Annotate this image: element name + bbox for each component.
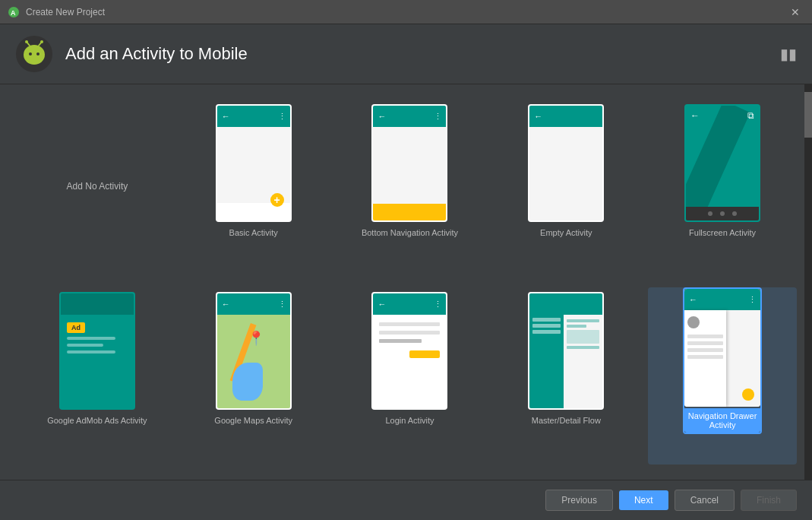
android-logo [15, 35, 53, 73]
close-button[interactable]: ✕ [786, 5, 804, 20]
activity-login[interactable]: ← ⋮ Login Activity [336, 287, 485, 465]
activity-fullscreen[interactable]: ← ⧉ Fullscreen Activity [648, 100, 797, 272]
maps-label: Google Maps Activity [214, 416, 292, 425]
bottomnav-preview: ← ⋮ [371, 104, 447, 222]
scrollbar-thumb[interactable] [804, 92, 812, 138]
fab-icon [742, 388, 754, 401]
footer: Previous Next Cancel Finish [0, 480, 812, 520]
fullscreen-label: Fullscreen Activity [689, 228, 756, 237]
masterdetail-label: Master/Detail Flow [532, 416, 601, 425]
activity-grid: Add No Activity ← ⋮ + Basic Activity ← ⋮ [0, 84, 812, 480]
back-arrow-icon: ← [222, 112, 230, 121]
admob-label: Google AdMob Ads Activity [47, 416, 147, 425]
page-title: Add an Activity to Mobile [65, 44, 248, 64]
basic-label: Basic Activity [229, 228, 278, 237]
svg-point-8 [29, 52, 32, 55]
ad-badge: Ad [67, 322, 85, 333]
back-arrow-icon: ← [222, 300, 230, 309]
cancel-button[interactable]: Cancel [675, 490, 735, 511]
more-icon: ⋮ [748, 295, 756, 305]
empty-label: Empty Activity [540, 228, 592, 237]
fab-icon: + [270, 193, 284, 207]
water-element [232, 363, 263, 401]
masterdetail-preview [528, 292, 604, 410]
title-bar: A Create New Project ✕ [0, 0, 812, 24]
finish-button: Finish [741, 490, 797, 511]
back-arrow-icon: ← [378, 112, 386, 121]
empty-preview: ← [528, 104, 604, 222]
back-arrow-icon: ← [534, 112, 542, 121]
activity-navdrawer[interactable]: ← ⋮ Navigat [648, 287, 797, 465]
more-icon: ⋮ [278, 112, 286, 122]
activity-maps[interactable]: ← ⋮ 📍 Google Maps Activity [179, 287, 328, 465]
help-icon[interactable]: ▮▮ [780, 45, 797, 63]
scrollbar[interactable] [804, 84, 812, 480]
svg-point-6 [25, 40, 28, 43]
diagonal-svg [686, 106, 759, 220]
activity-masterdetail[interactable]: Master/Detail Flow [491, 287, 640, 465]
drawer-avatar [687, 316, 700, 328]
navdrawer-preview: ← ⋮ [684, 289, 760, 407]
next-button[interactable]: Next [619, 490, 668, 510]
back-arrow-icon: ← [378, 300, 386, 309]
no-activity-label: Add No Activity [67, 181, 128, 192]
selected-wrapper: ← ⋮ Navigat [683, 287, 762, 434]
back-icon: ← [690, 110, 700, 121]
back-arrow-icon: ← [689, 295, 697, 304]
more-icon: ⋮ [434, 112, 441, 122]
previous-button[interactable]: Previous [545, 490, 613, 511]
title-bar-left: A Create New Project [8, 6, 105, 18]
admob-preview: Ad [59, 292, 135, 410]
svg-point-3 [24, 45, 45, 65]
maps-preview: ← ⋮ 📍 [216, 292, 292, 410]
android-studio-icon: A [8, 6, 20, 18]
activity-admob[interactable]: Ad Google AdMob Ads Activity [23, 287, 172, 465]
expand-icon: ⧉ [747, 110, 754, 121]
header: Add an Activity to Mobile ▮▮ [0, 24, 812, 84]
main-content: Add No Activity ← ⋮ + Basic Activity ← ⋮ [0, 84, 812, 480]
login-preview: ← ⋮ [371, 292, 447, 410]
fullscreen-preview: ← ⧉ [684, 104, 760, 222]
navdrawer-selected-label: Navigation Drawer Activity [684, 408, 760, 433]
basic-preview: ← ⋮ + [216, 104, 292, 222]
activity-bottom-nav[interactable]: ← ⋮ Bottom Navigation Activity [336, 100, 485, 272]
svg-point-9 [36, 52, 39, 55]
more-icon: ⋮ [278, 300, 286, 309]
bottomnav-label: Bottom Navigation Activity [362, 228, 458, 237]
svg-text:A: A [11, 9, 16, 17]
window-title: Create New Project [26, 7, 105, 17]
svg-point-7 [40, 40, 43, 43]
login-label: Login Activity [385, 416, 434, 425]
more-icon: ⋮ [434, 300, 441, 309]
activity-no-activity[interactable]: Add No Activity [23, 100, 172, 272]
activity-basic[interactable]: ← ⋮ + Basic Activity [179, 100, 328, 272]
activity-empty[interactable]: ← Empty Activity [491, 100, 640, 272]
map-marker-icon: 📍 [248, 330, 264, 347]
